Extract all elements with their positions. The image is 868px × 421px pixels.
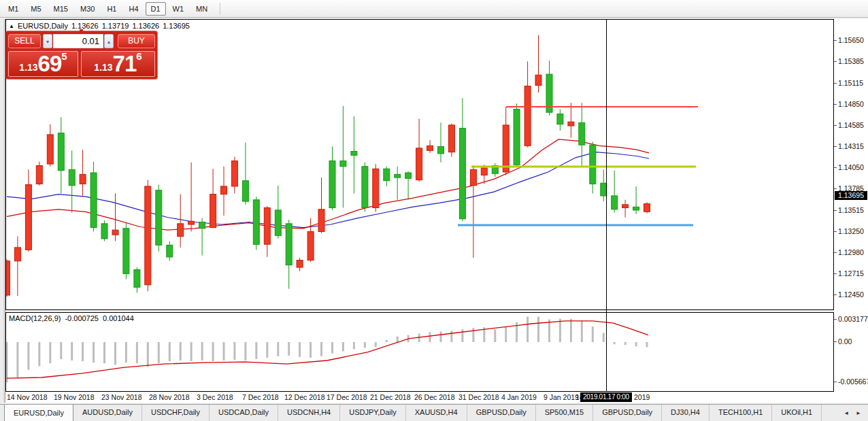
timeframe-button-M30[interactable]: M30 [75, 2, 100, 16]
volume-decrease-button[interactable]: ▼ [43, 34, 52, 48]
price-tickmark [834, 40, 837, 41]
price-tickmark [834, 104, 837, 105]
trailing-year-label: 2019 [634, 393, 650, 401]
buy-price-pip: 6 [136, 52, 141, 61]
sell-price-main: 69 [38, 54, 62, 74]
timeframe-button-M5[interactable]: M5 [25, 2, 46, 16]
price-tickmark [834, 252, 837, 253]
chart-title: ▲ EURUSD,Daily 1.13626 1.13719 1.13626 1… [9, 22, 190, 30]
volume-input[interactable]: 0.01 [53, 34, 103, 48]
price-tick-label: 1.12715 [838, 269, 864, 277]
trade-panel-grip[interactable] [80, 29, 83, 32]
toolbar-separator [220, 3, 220, 15]
window-left-splitter[interactable] [0, 19, 5, 403]
macd-signal-value: 0.001044 [103, 314, 134, 322]
ohlc-high: 1.13719 [102, 22, 129, 30]
vertical-line-object[interactable] [606, 19, 607, 392]
symbol-tab-USDCNH-H4[interactable]: USDCNH,H4 [278, 405, 340, 421]
ma-fast-red-line [7, 139, 649, 230]
date-label: 26 Dec 2018 [414, 393, 455, 401]
tab-scroll-left-icon[interactable]: ◄ [844, 410, 849, 416]
buy-price-prefix: 1.13 [94, 61, 112, 74]
price-tick-label: 1.15115 [838, 79, 863, 87]
macd-tickmark [834, 341, 837, 342]
macd-tickmark [834, 382, 837, 382]
symbol-tab-USDCAD-Daily[interactable]: USDCAD,Daily [210, 405, 278, 421]
chart-collapse-icon[interactable]: ▲ [9, 23, 14, 29]
price-tick-label: 1.14050 [838, 163, 864, 171]
date-label: 21 Dec 2018 [370, 393, 411, 401]
buy-price-main: 71 [113, 54, 137, 74]
sell-button[interactable]: SELL [8, 34, 41, 48]
macd-tick-label: 0.003177 [838, 315, 868, 323]
symbol-tab-GBPUSD-Daily[interactable]: GBPUSD,Daily [467, 405, 536, 421]
sell-price-display[interactable]: 1.13 69 5 [8, 51, 78, 77]
price-tick-label: 1.15650 [838, 36, 864, 44]
symbol-tab-UKOil-H1[interactable]: UKOil,H1 [772, 405, 822, 421]
price-tickmark [834, 167, 837, 168]
price-tickmark [834, 61, 837, 62]
mt4-window: M1M5M15M30H1H4D1W1MN ▲ EURUSD,Daily 1.13… [0, 0, 868, 421]
symbol-tab-AUDUSD-Daily[interactable]: AUDUSD,Daily [73, 405, 142, 421]
volume-increase-button[interactable]: ▲ [104, 34, 114, 48]
price-axis: 1.156501.153851.151151.148501.145851.143… [834, 19, 868, 403]
symbol-tab-EURUSD-Daily[interactable]: EURUSD,Daily [4, 405, 73, 421]
current-price-tag: 1.13695 [835, 191, 867, 200]
timeframe-button-M1[interactable]: M1 [3, 2, 24, 16]
buy-button[interactable]: BUY [118, 34, 155, 48]
timeframe-button-D1[interactable]: D1 [146, 2, 166, 16]
macd-tick-label: -0.005667 [838, 377, 868, 386]
macd-value: -0.000725 [65, 314, 99, 322]
macd-indicator-label: MACD(12,26,9) -0.000725 0.001044 [9, 314, 134, 322]
chart-symbol-label: EURUSD,Daily [18, 22, 68, 30]
price-tickmark [834, 125, 837, 126]
price-tickmark [834, 83, 837, 84]
timeframe-button-W1[interactable]: W1 [167, 2, 190, 16]
symbol-tab-USDJPY-Daily[interactable]: USDJPY,Daily [340, 405, 406, 421]
symbol-tab-XAUUSD-H4[interactable]: XAUUSD,H4 [406, 405, 467, 421]
price-tickmark [834, 231, 837, 232]
price-tickmark [834, 273, 837, 274]
timeframe-toolbar: M1M5M15M30H1H4D1W1MN [0, 0, 868, 18]
price-tick-label: 1.14585 [838, 121, 864, 129]
date-label: 9 Jan 2019 [544, 393, 579, 401]
symbol-tab-DJ30-H4[interactable]: DJ30,H4 [662, 405, 710, 421]
date-label: 17 Dec 2018 [327, 393, 367, 401]
symbol-tab-USDCHF-Daily[interactable]: USDCHF,Daily [142, 405, 210, 421]
macd-indicator-pane[interactable] [5, 312, 834, 392]
vertical-line-date-tag: 2019.01.17 0:00 [580, 392, 632, 402]
timeframe-button-H4[interactable]: H4 [123, 2, 144, 16]
symbol-tab-SP500-M15[interactable]: SP500,M15 [536, 405, 593, 421]
timeframe-button-MN[interactable]: MN [190, 2, 213, 16]
price-tick-label: 1.14315 [838, 142, 864, 150]
date-label: 31 Dec 2018 [458, 393, 499, 401]
time-axis: 14 Nov 201819 Nov 201823 Nov 201828 Nov … [5, 392, 834, 403]
one-click-trading-panel: SELL ▼ 0.01 ▲ BUY 1.13 69 5 1.13 71 6 [6, 31, 157, 79]
tab-scroll-right-icon[interactable]: ► [856, 410, 861, 416]
buy-price-display[interactable]: 1.13 71 6 [81, 51, 155, 77]
date-label: 19 Nov 2018 [54, 393, 95, 401]
price-tick-label: 1.14850 [838, 100, 864, 108]
timeframe-button-H1[interactable]: H1 [101, 2, 122, 16]
macd-chart-canvas [6, 313, 833, 391]
price-tick-label: 1.13250 [838, 227, 864, 235]
ohlc-low: 1.13626 [132, 22, 159, 30]
chart-tabs-bar: EURUSD,DailyAUDUSD,DailyUSDCHF,DailyUSDC… [0, 404, 868, 421]
price-tickmark [834, 294, 837, 295]
macd-signal-line [7, 321, 648, 378]
macd-tickmark [834, 319, 837, 320]
chart-tab-list: EURUSD,DailyAUDUSD,DailyUSDCHF,DailyUSDC… [0, 405, 837, 421]
price-tickmark [834, 146, 837, 147]
macd-tick-label: 0.00 [838, 337, 852, 346]
timeframe-button-M15[interactable]: M15 [48, 2, 73, 16]
date-label: 14 Nov 2018 [7, 393, 48, 401]
date-label: 4 Jan 2019 [501, 393, 537, 401]
price-tickmark [834, 210, 837, 211]
price-tick-label: 1.13515 [838, 206, 864, 214]
symbol-tab-TECH100-H1[interactable]: TECH100,H1 [710, 405, 772, 421]
symbol-tab-GBPUSD-Daily[interactable]: GBPUSD,Daily [593, 405, 662, 421]
sell-price-prefix: 1.13 [19, 61, 37, 74]
date-label: 28 Nov 2018 [149, 393, 190, 401]
date-label: 12 Dec 2018 [284, 393, 325, 401]
date-label: 3 Dec 2018 [197, 393, 233, 401]
